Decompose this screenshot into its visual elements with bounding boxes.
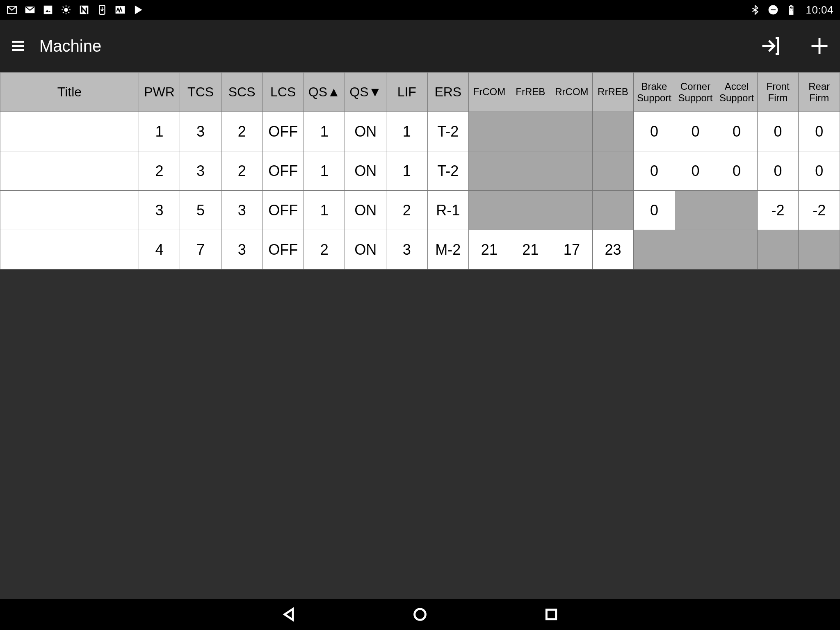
column-header[interactable]: Title (0, 73, 139, 112)
table-cell[interactable] (592, 112, 634, 151)
table-cell[interactable] (757, 230, 799, 269)
table-cell[interactable]: T-2 (427, 112, 469, 151)
table-cell[interactable] (0, 191, 139, 230)
table-row[interactable]: 232OFF1ON1T-200000 (0, 151, 840, 191)
column-header[interactable]: LCS (262, 73, 304, 112)
table-cell[interactable]: 0 (634, 151, 675, 191)
column-header[interactable]: BrakeSupport (634, 73, 675, 112)
table-cell[interactable] (469, 112, 510, 151)
table-cell[interactable] (634, 230, 675, 269)
table-cell[interactable]: 3 (180, 151, 221, 191)
column-header[interactable]: AccelSupport (716, 73, 758, 112)
table-cell[interactable]: OFF (262, 230, 304, 269)
table-row[interactable]: 132OFF1ON1T-200000 (0, 112, 840, 151)
table-cell[interactable] (716, 191, 758, 230)
table-cell[interactable]: 7 (180, 230, 221, 269)
column-header[interactable]: CornerSupport (675, 73, 716, 112)
table-row[interactable]: 353OFF1ON2R-10-2-2 (0, 191, 840, 230)
table-cell[interactable]: 1 (386, 151, 428, 191)
table-cell[interactable]: ON (345, 112, 386, 151)
table-cell[interactable] (0, 151, 139, 191)
table-cell[interactable] (0, 112, 139, 151)
table-cell[interactable] (799, 230, 840, 269)
table-cell[interactable]: ON (345, 151, 386, 191)
table-cell[interactable]: 0 (799, 112, 840, 151)
table-cell[interactable]: OFF (262, 191, 304, 230)
table-cell[interactable]: 3 (180, 112, 221, 151)
table-cell[interactable] (592, 191, 634, 230)
table-cell[interactable]: ON (345, 191, 386, 230)
column-header[interactable]: QS▼ (345, 73, 386, 112)
table-cell[interactable]: 2 (304, 230, 345, 269)
table-cell[interactable]: T-2 (427, 151, 469, 191)
table-cell[interactable]: 1 (304, 151, 345, 191)
table-cell[interactable] (551, 112, 593, 151)
column-header[interactable]: TCS (180, 73, 221, 112)
home-button[interactable] (412, 606, 428, 623)
table-cell[interactable]: 1 (139, 112, 180, 151)
table-cell[interactable] (675, 191, 716, 230)
column-header[interactable]: PWR (139, 73, 180, 112)
table-cell[interactable] (716, 230, 758, 269)
table-cell[interactable] (469, 151, 510, 191)
column-header[interactable]: RrCOM (551, 73, 593, 112)
table-cell[interactable]: 2 (386, 191, 428, 230)
table-cell[interactable] (592, 151, 634, 191)
table-cell[interactable]: -2 (799, 191, 840, 230)
back-button[interactable] (281, 606, 297, 623)
table-cell[interactable] (551, 191, 593, 230)
table-cell[interactable]: 1 (304, 112, 345, 151)
table-cell[interactable]: 0 (634, 112, 675, 151)
column-header[interactable]: FrREB (510, 73, 551, 112)
table-cell[interactable] (675, 230, 716, 269)
table-cell[interactable]: 21 (469, 230, 510, 269)
table-cell[interactable]: 5 (180, 191, 221, 230)
table-cell[interactable]: 3 (221, 230, 262, 269)
table-cell[interactable]: ON (345, 230, 386, 269)
table-cell[interactable] (510, 191, 551, 230)
table-cell[interactable]: 0 (675, 112, 716, 151)
table-cell[interactable]: OFF (262, 112, 304, 151)
table-cell[interactable]: 0 (716, 112, 758, 151)
menu-button[interactable] (10, 38, 26, 54)
column-header[interactable]: FrCOM (469, 73, 510, 112)
table-cell[interactable]: 1 (304, 191, 345, 230)
table-cell[interactable]: R-1 (427, 191, 469, 230)
settings-table-wrapper[interactable]: TitlePWRTCSSCSLCSQS▲QS▼LIFERSFrCOMFrREBR… (0, 72, 840, 599)
table-cell[interactable]: 23 (592, 230, 634, 269)
table-cell[interactable]: 0 (799, 151, 840, 191)
export-button[interactable] (760, 35, 781, 57)
table-cell[interactable]: 2 (139, 151, 180, 191)
table-cell[interactable]: 0 (757, 151, 799, 191)
table-cell[interactable] (551, 151, 593, 191)
table-cell[interactable] (0, 230, 139, 269)
column-header[interactable]: QS▲ (304, 73, 345, 112)
table-cell[interactable]: OFF (262, 151, 304, 191)
table-cell[interactable] (510, 151, 551, 191)
column-header[interactable]: LIF (386, 73, 428, 112)
table-cell[interactable]: 2 (221, 112, 262, 151)
column-header[interactable]: RrREB (592, 73, 634, 112)
table-cell[interactable]: 4 (139, 230, 180, 269)
column-header[interactable]: FrontFirm (757, 73, 799, 112)
add-button[interactable] (809, 35, 830, 57)
table-cell[interactable]: 17 (551, 230, 593, 269)
table-cell[interactable] (469, 191, 510, 230)
overview-button[interactable] (543, 606, 559, 623)
column-header[interactable]: SCS (221, 73, 262, 112)
table-cell[interactable]: 0 (757, 112, 799, 151)
table-cell[interactable]: 0 (716, 151, 758, 191)
table-cell[interactable]: 3 (386, 230, 428, 269)
table-cell[interactable]: 3 (139, 191, 180, 230)
column-header[interactable]: RearFirm (799, 73, 840, 112)
table-cell[interactable]: 1 (386, 112, 428, 151)
column-header[interactable]: ERS (427, 73, 469, 112)
table-cell[interactable]: 0 (634, 191, 675, 230)
table-cell[interactable]: 3 (221, 191, 262, 230)
table-cell[interactable]: 2 (221, 151, 262, 191)
table-cell[interactable] (510, 112, 551, 151)
table-cell[interactable]: M-2 (427, 230, 469, 269)
table-row[interactable]: 473OFF2ON3M-221211723 (0, 230, 840, 269)
table-cell[interactable]: 0 (675, 151, 716, 191)
table-cell[interactable]: 21 (510, 230, 551, 269)
